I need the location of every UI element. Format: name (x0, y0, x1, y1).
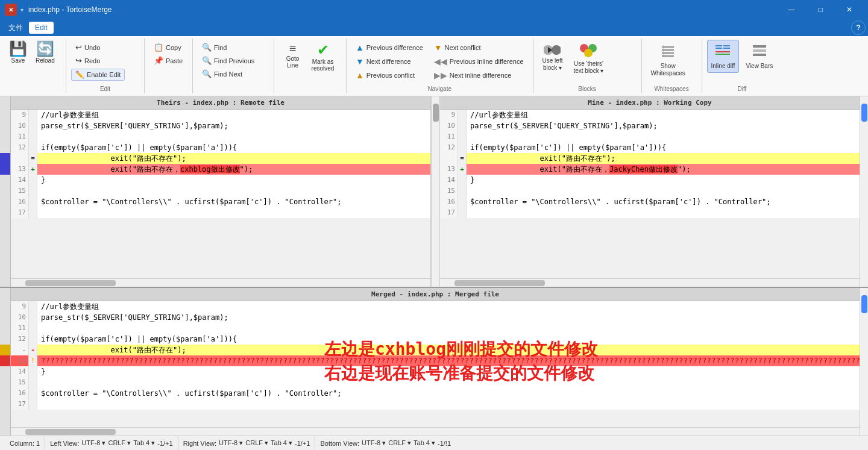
table-row: 14 } (11, 175, 430, 186)
undo-button[interactable]: ↩ Undo (71, 41, 104, 54)
table-row: 10 parse_str($_SERVER['QUERY_STRING'],$p… (11, 312, 860, 323)
svg-rect-17 (753, 49, 766, 52)
copy-button[interactable]: 📋 Copy (149, 41, 186, 54)
next-conflict-label: Next conflict (445, 44, 481, 51)
use-left-block-button[interactable]: Use leftblock ▾ (538, 40, 567, 75)
next-inline-icon: ▶▶ (434, 70, 447, 80)
window-controls: — □ ✕ (778, 0, 863, 19)
minimize-button[interactable]: — (778, 0, 805, 19)
diff-label: Diff (707, 84, 778, 93)
paste-button[interactable]: 📌 Paste (149, 54, 187, 67)
redo-button[interactable]: ↪ Redo (71, 54, 104, 67)
table-row: 9 //url参数变量组 (11, 110, 430, 120)
paste-icon: 📌 (154, 56, 163, 65)
bottom-code-area[interactable]: 9 //url参数变量组 10 parse_str($_SERVER['QUER… (11, 301, 860, 427)
conflict-marker-red (0, 164, 10, 175)
toolbar-group-goto: ≡ GotoLine ✔ Mark asresolved (274, 39, 347, 93)
prev-inline-button[interactable]: ◀◀ Previous inline difference (430, 55, 528, 68)
left-code-area[interactable]: 9 //url参数变量组 10 parse_str($_SERVER['QUER… (11, 110, 430, 278)
reload-label: Reload (36, 57, 55, 64)
app-icon: ✕ (5, 4, 17, 16)
title-text: index.php - TortoiseMerge (28, 5, 778, 14)
table-row: 11 (11, 323, 860, 334)
toolbar-group-save-reload: 💾 Save 🔄 Reload (0, 39, 66, 93)
close-button[interactable]: ✕ (835, 0, 863, 19)
top-vscroll[interactable] (431, 96, 439, 287)
use-theirs-label: Use 'theirs'text block ▾ (573, 60, 603, 75)
inline-diff-button[interactable]: Inline diff (707, 40, 740, 73)
next-diff-button[interactable]: ▼ Next difference (351, 55, 427, 68)
find-next-button[interactable]: 🔍 Find Next (198, 67, 247, 80)
svg-rect-10 (715, 45, 722, 46)
left-encoding[interactable]: UTF-8 ▾ (81, 439, 105, 447)
find-label: Find (214, 44, 227, 51)
bottom-tab[interactable]: Tab 4 ▾ (414, 439, 435, 447)
table-row: - - exit("路由不存在"); (11, 345, 860, 355)
table-row: 11 (440, 131, 860, 142)
table-row: 12 if(empty($param['c']) || empty($param… (440, 142, 860, 153)
bottom-encoding[interactable]: UTF-8 ▾ (362, 439, 386, 447)
right-code-area[interactable]: 9 //url参数变量组 10 parse_str($_SERVER['QUER… (440, 110, 860, 278)
table-row: 16 $controller = "\Controllers\\" . ucfi… (11, 196, 430, 207)
table-row: 9 //url参数变量组 (440, 110, 860, 120)
next-conflict-button[interactable]: ▼ Next conflict (430, 41, 528, 54)
left-hscroll[interactable] (11, 278, 430, 287)
left-tab[interactable]: Tab 4 ▾ (133, 439, 155, 447)
find-previous-button[interactable]: 🔍 Find Previous (198, 54, 259, 67)
bottom-hscroll[interactable] (11, 427, 860, 436)
right-tab[interactable]: Tab 4 ▾ (271, 439, 292, 447)
left-pane-header: Theirs - index.php : Remote file (11, 96, 430, 110)
paste-label: Paste (166, 57, 183, 64)
table-row: 16 $controller = "\Controllers\\" . ucfi… (440, 196, 860, 207)
menu-edit[interactable]: Edit (29, 22, 54, 34)
table-row: 17 (11, 207, 430, 218)
goto-line-button[interactable]: ≡ GotoLine (279, 39, 306, 72)
menu-file[interactable]: 文件 (2, 21, 29, 35)
goto-group-label (279, 91, 341, 93)
left-line-ending[interactable]: CRLF ▾ (108, 439, 131, 447)
bottom-pane-header: Merged - index.php : Merged file (11, 288, 860, 301)
save-button[interactable]: 💾 Save (5, 39, 31, 67)
bottom-vscroll[interactable] (860, 288, 868, 436)
right-pane: Mine - index.php : Working Copy 9 //url参… (439, 96, 860, 287)
next-diff-label: Next difference (366, 58, 411, 65)
inline-diff-label: Inline diff (711, 63, 735, 70)
top-vscroll-thumb (433, 104, 439, 122)
table-row: 12 if(empty($param['c']) || empty($param… (11, 142, 430, 153)
undo-icon: ↩ (75, 43, 82, 52)
right-encoding[interactable]: UTF-8 ▾ (219, 439, 243, 447)
prev-conflict-button[interactable]: ▲ Previous conflict (351, 69, 427, 82)
edit-label: Edit (71, 84, 139, 93)
enable-edit-button[interactable]: ✏️ Enable Edit (71, 69, 125, 81)
status-bar: Column: 1 Left View: UTF-8 ▾ CRLF ▾ Tab … (0, 436, 868, 450)
prev-diff-icon: ▲ (356, 43, 364, 52)
view-bars-label: View Bars (746, 63, 773, 70)
reload-button[interactable]: 🔄 Reload (31, 39, 59, 67)
conflict-marker-yellow (0, 153, 10, 164)
right-line-ending[interactable]: CRLF ▾ (245, 439, 268, 447)
show-whitespace-button[interactable]: ShowWhitespaces (647, 40, 690, 80)
find-button[interactable]: 🔍 Find (198, 41, 231, 54)
mark-resolved-button[interactable]: ✔ Mark asresolved (306, 39, 339, 75)
prev-conflict-label: Previous conflict (366, 72, 415, 79)
maximize-button[interactable]: □ (807, 0, 834, 19)
toolbar-group-clipboard: 📋 Copy 📌 Paste (145, 39, 193, 93)
toolbar-group-whitespace: ShowWhitespaces Whitespaces (642, 39, 702, 93)
bottom-left-gutter (0, 288, 11, 436)
help-button[interactable]: ? (851, 20, 866, 35)
use-theirs-block-button[interactable]: Use 'theirs'text block ▾ (569, 40, 608, 78)
prev-diff-button[interactable]: ▲ Previous difference (351, 41, 427, 54)
table-row: 11 (11, 131, 430, 142)
bottom-pane: Merged - index.php : Merged file 9 //url… (0, 288, 868, 436)
toolbar-group-blocks: Use leftblock ▾ Use 'theirs'text block ▾… (533, 39, 642, 93)
view-bars-button[interactable]: View Bars (741, 40, 777, 73)
svg-rect-18 (753, 54, 766, 56)
table-row: 15 (11, 186, 430, 196)
prev-inline-icon: ◀◀ (434, 57, 447, 66)
right-vscroll[interactable] (860, 96, 868, 287)
prev-inline-label: Previous inline difference (450, 58, 524, 65)
bottom-line-ending[interactable]: CRLF ▾ (388, 439, 411, 447)
svg-rect-14 (715, 51, 730, 52)
next-inline-button[interactable]: ▶▶ Next inline difference (430, 69, 528, 82)
right-hscroll[interactable] (440, 278, 860, 287)
